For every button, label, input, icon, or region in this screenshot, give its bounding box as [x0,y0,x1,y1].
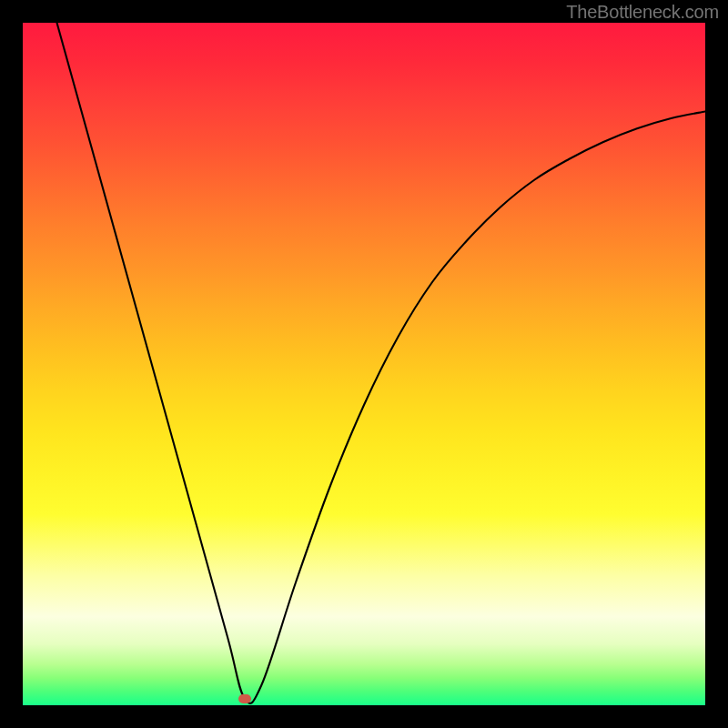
attribution-label: TheBottleneck.com [566,2,719,23]
plot-area [23,23,705,705]
minimum-marker [238,694,251,703]
curve-layer [23,23,705,705]
bottleneck-curve [57,23,706,703]
chart-frame: TheBottleneck.com [0,0,728,728]
